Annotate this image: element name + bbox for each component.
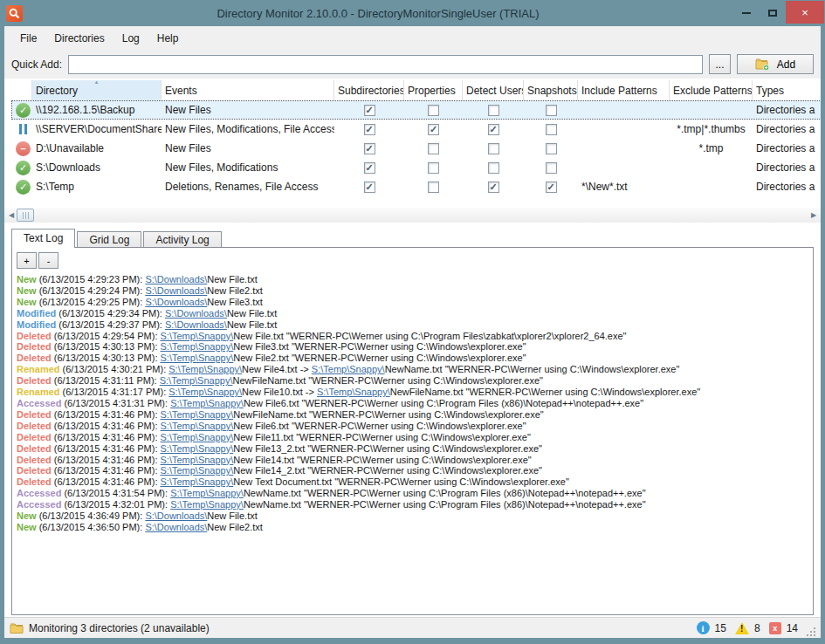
log-lines: New (6/13/2015 4:29:23 PM): S:\Downloads…: [12, 269, 813, 533]
detect-users-checkbox[interactable]: [488, 143, 499, 154]
log-path-link[interactable]: S:\Downloads\: [145, 522, 207, 532]
column-header-types[interactable]: Types: [753, 80, 821, 100]
menu-log[interactable]: Log: [113, 29, 148, 48]
font-decrease-button[interactable]: -: [38, 252, 58, 269]
column-header-events[interactable]: Events: [162, 80, 334, 100]
tab-text-log[interactable]: Text Log: [11, 229, 75, 248]
log-path-link[interactable]: S:\Downloads\: [165, 319, 227, 330]
log-path-link[interactable]: S:\Temp\Snappy\: [160, 375, 233, 386]
column-header-subdirectories[interactable]: Subdirectories: [334, 80, 404, 100]
column-header-exclude-patterns[interactable]: Exclude Patterns: [670, 80, 753, 100]
log-path-link[interactable]: S:\Temp\Snappy\: [170, 488, 244, 498]
close-button[interactable]: ×: [786, 1, 824, 24]
sort-ascending-icon: ▲: [94, 80, 100, 85]
resize-grip[interactable]: [807, 627, 815, 636]
subdirectories-checkbox-wrap: ✓: [334, 162, 404, 174]
log-path-link[interactable]: S:\Downloads\: [165, 308, 227, 319]
snapshots-checkbox[interactable]: [546, 124, 557, 135]
log-path-link[interactable]: S:\Temp\Snappy\: [170, 499, 244, 510]
minimize-button[interactable]: [733, 3, 760, 24]
log-entry: New (6/13/2015 4:29:25 PM): S:\Downloads…: [17, 297, 813, 308]
subdirectories-checkbox[interactable]: ✓: [364, 105, 375, 116]
log-entry: Deleted (6/13/2015 4:31:46 PM): S:\Temp\…: [17, 455, 813, 466]
log-path-link[interactable]: S:\Temp\Snappy\: [170, 398, 244, 408]
log-action-label: Accessed: [17, 398, 61, 408]
log-path-link[interactable]: S:\Temp\Snappy\: [312, 364, 385, 374]
log-path-link[interactable]: S:\Temp\Snappy\: [161, 421, 234, 431]
log-toolbar: + -: [12, 248, 813, 269]
snapshots-checkbox[interactable]: ✓: [546, 182, 557, 193]
log-path-link[interactable]: S:\Temp\Snappy\: [168, 364, 242, 374]
log-entry: New (6/13/2015 4:29:23 PM): S:\Downloads…: [17, 274, 813, 285]
snapshots-checkbox[interactable]: [546, 143, 557, 154]
include-patterns-cell: *\New*.txt: [578, 181, 670, 193]
log-path-link[interactable]: S:\Temp\Snappy\: [161, 455, 234, 465]
log-path-link[interactable]: S:\Temp\Snappy\: [161, 353, 234, 363]
log-path-link[interactable]: S:\Temp\Snappy\: [161, 443, 234, 454]
log-path-link[interactable]: S:\Temp\Snappy\: [161, 476, 234, 487]
log-path-link[interactable]: S:\Temp\Snappy\: [161, 465, 234, 476]
events-cell: New Files, Modifications, File Access: [162, 123, 334, 135]
quick-add-input[interactable]: [68, 55, 703, 74]
browse-button[interactable]: ...: [709, 54, 731, 74]
subdirectories-checkbox[interactable]: ✓: [364, 182, 375, 193]
column-header-detect-users[interactable]: Detect Users: [463, 80, 524, 100]
properties-checkbox[interactable]: [428, 143, 439, 154]
directory-row[interactable]: –D:\UnavailableNew Files✓*.tmpDirectorie…: [11, 139, 821, 158]
menu-file[interactable]: File: [11, 29, 45, 48]
log-path-link[interactable]: S:\Downloads\: [145, 274, 207, 284]
directory-row[interactable]: ✓\\192.168.1.5\BackupNew Files✓Directori…: [11, 100, 821, 120]
menu-directories[interactable]: Directories: [45, 29, 113, 48]
status-active-icon: ✓: [16, 161, 31, 175]
menu-help[interactable]: Help: [148, 29, 188, 48]
add-button[interactable]: Add: [737, 54, 814, 74]
log-path-link[interactable]: S:\Temp\Snappy\: [168, 387, 242, 397]
snapshots-checkbox-wrap: [524, 143, 578, 154]
log-path-link[interactable]: S:\Temp\Snappy\: [317, 387, 390, 397]
subdirectories-checkbox[interactable]: ✓: [364, 124, 375, 135]
properties-checkbox[interactable]: ✓: [428, 124, 439, 135]
log-action-label: Deleted: [17, 443, 52, 454]
properties-checkbox[interactable]: [428, 162, 439, 174]
column-header-directory[interactable]: Directory▲: [32, 80, 162, 100]
directory-row[interactable]: \\SERVER\DocumentShareNew Files, Modific…: [11, 120, 821, 139]
properties-checkbox[interactable]: [428, 182, 439, 193]
log-path-link[interactable]: S:\Downloads\: [145, 510, 207, 521]
info-count-icon[interactable]: i: [697, 621, 710, 634]
error-count-icon[interactable]: x: [769, 622, 781, 634]
subdirectories-checkbox[interactable]: ✓: [364, 162, 375, 174]
subdirectories-checkbox-wrap: ✓: [334, 124, 404, 135]
scroll-right-icon[interactable]: ▶: [807, 208, 821, 223]
detect-users-checkbox[interactable]: ✓: [488, 182, 499, 193]
log-path-link[interactable]: S:\Downloads\: [145, 297, 207, 307]
tab-activity-log[interactable]: Activity Log: [143, 231, 221, 248]
log-path-link[interactable]: S:\Downloads\: [145, 285, 207, 296]
log-path-link[interactable]: S:\Temp\Snappy\: [161, 331, 234, 341]
snapshots-checkbox[interactable]: [546, 162, 557, 174]
tab-grid-log[interactable]: Grid Log: [77, 231, 141, 248]
log-entry: Deleted (6/13/2015 4:31:46 PM): S:\Temp\…: [17, 465, 813, 476]
warning-count-icon[interactable]: !: [735, 622, 749, 634]
snapshots-checkbox[interactable]: [546, 105, 557, 116]
maximize-button[interactable]: [760, 3, 786, 24]
horizontal-scrollbar[interactable]: ◀ ▶: [4, 208, 821, 223]
detect-users-checkbox-wrap: [463, 143, 524, 154]
column-header-include-patterns[interactable]: Include Patterns: [578, 80, 670, 100]
detect-users-checkbox[interactable]: ✓: [488, 124, 499, 135]
status-unavailable-icon: –: [16, 141, 31, 156]
font-increase-button[interactable]: +: [17, 252, 37, 269]
log-path-link[interactable]: S:\Temp\Snappy\: [161, 432, 234, 442]
column-header-properties[interactable]: Properties: [404, 80, 463, 100]
log-path-link[interactable]: S:\Temp\Snappy\: [161, 341, 234, 352]
directory-row[interactable]: ✓S:\DownloadsNew Files, Modifications✓Di…: [11, 158, 821, 177]
detect-users-checkbox[interactable]: [488, 162, 499, 174]
detect-users-checkbox[interactable]: [488, 105, 499, 116]
properties-checkbox[interactable]: [428, 105, 439, 116]
exclude-patterns-cell: *.tmp|*.thumbs: [670, 123, 753, 135]
subdirectories-checkbox[interactable]: ✓: [364, 143, 375, 154]
log-path-link[interactable]: S:\Temp\Snappy\: [161, 409, 234, 420]
directory-row[interactable]: ✓S:\TempDeletions, Renames, File Access✓…: [11, 177, 821, 196]
column-header-snapshots[interactable]: Snapshots: [524, 80, 578, 100]
quick-add-label: Quick Add:: [11, 58, 62, 71]
scrollbar-thumb[interactable]: [17, 209, 34, 222]
